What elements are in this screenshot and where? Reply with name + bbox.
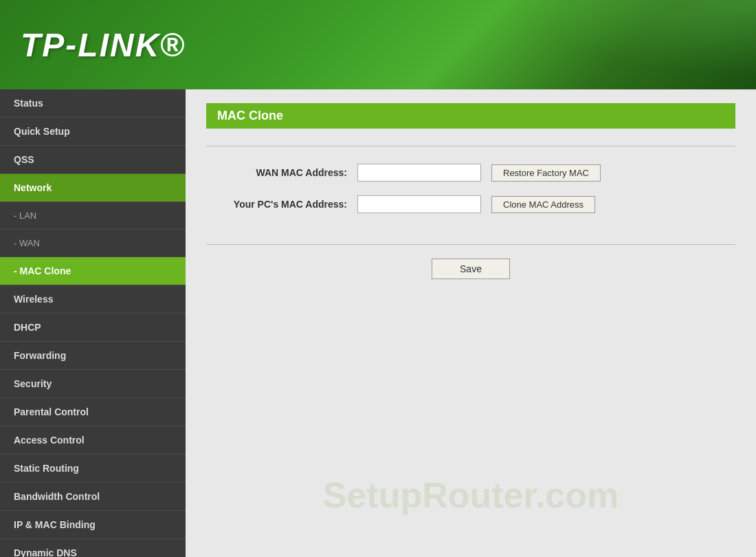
wan-mac-input[interactable] [357,164,481,182]
content-area: MAC Clone WAN MAC Address: Restore Facto… [186,89,756,557]
sidebar-item-parental-control[interactable]: Parental Control [0,398,186,426]
bottom-divider [206,244,735,245]
sidebar-item-static-routing[interactable]: Static Routing [0,455,186,483]
sidebar-item-security[interactable]: Security [0,370,186,398]
page-title: MAC Clone [206,103,735,129]
watermark: SetupRouter.com [323,474,619,516]
sidebar-item-ip-mac-binding[interactable]: IP & MAC Binding [0,511,186,539]
logo-mark: ® [160,26,184,64]
main-container: StatusQuick SetupQSSNetwork- LAN- WAN- M… [0,89,756,557]
sidebar-item-access-control[interactable]: Access Control [0,426,186,455]
save-button[interactable]: Save [432,259,510,279]
sidebar-item-dynamic-dns[interactable]: Dynamic DNS [0,539,186,557]
clone-mac-button[interactable]: Clone MAC Address [491,196,595,213]
sidebar-item-status[interactable]: Status [0,89,186,118]
sidebar-item-dhcp[interactable]: DHCP [0,314,186,342]
form-section: WAN MAC Address: Restore Factory MAC You… [206,157,735,234]
wan-mac-row: WAN MAC Address: Restore Factory MAC [220,164,722,182]
pc-mac-input[interactable] [357,195,481,213]
sidebar-item-qss[interactable]: QSS [0,146,186,174]
sidebar-item-quick-setup[interactable]: Quick Setup [0,118,186,146]
sidebar-item-lan[interactable]: - LAN [0,202,186,230]
pc-mac-row: Your PC's MAC Address: Clone MAC Address [220,195,722,213]
sidebar: StatusQuick SetupQSSNetwork- LAN- WAN- M… [0,89,186,557]
pc-mac-label: Your PC's MAC Address: [220,199,357,210]
sidebar-item-wan[interactable]: - WAN [0,230,186,257]
header: TP-LINK® [0,0,756,89]
sidebar-item-network[interactable]: Network [0,174,186,202]
save-section: Save [206,259,735,279]
sidebar-item-bandwidth-control[interactable]: Bandwidth Control [0,483,186,511]
sidebar-item-wireless[interactable]: Wireless [0,285,186,314]
sidebar-item-mac-clone[interactable]: - MAC Clone [0,257,186,285]
restore-factory-mac-button[interactable]: Restore Factory MAC [491,164,601,182]
top-divider [206,146,735,146]
logo: TP-LINK [21,26,160,64]
sidebar-item-forwarding[interactable]: Forwarding [0,342,186,370]
wan-mac-label: WAN MAC Address: [220,167,357,178]
